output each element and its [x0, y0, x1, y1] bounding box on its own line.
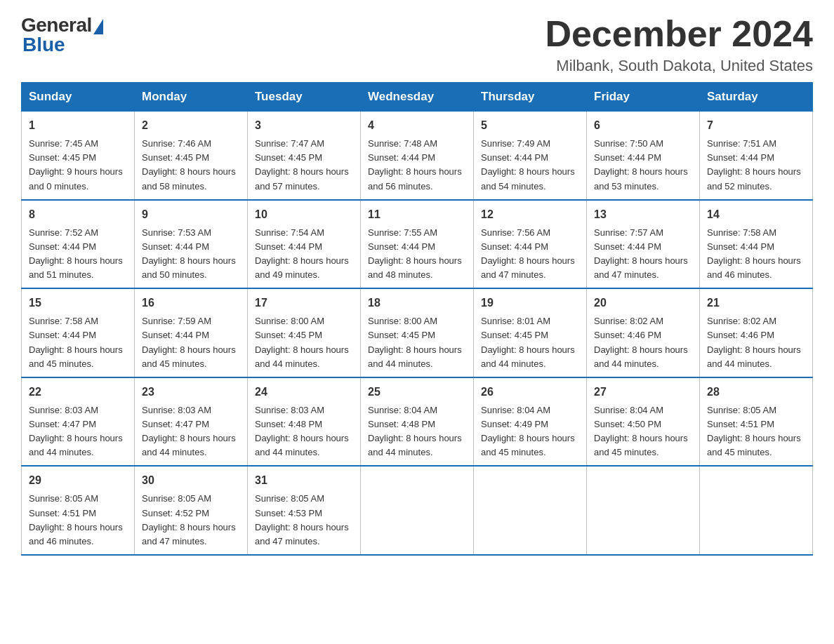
- calendar-cell: 17 Sunrise: 8:00 AMSunset: 4:45 PMDaylig…: [248, 288, 361, 377]
- day-info: Sunrise: 7:49 AMSunset: 4:44 PMDaylight:…: [481, 137, 579, 194]
- day-info: Sunrise: 8:02 AMSunset: 4:46 PMDaylight:…: [594, 314, 692, 371]
- day-number: 26: [481, 384, 579, 401]
- calendar-cell: 5 Sunrise: 7:49 AMSunset: 4:44 PMDayligh…: [474, 112, 587, 200]
- calendar-cell: 7 Sunrise: 7:51 AMSunset: 4:44 PMDayligh…: [700, 112, 813, 200]
- day-number: 15: [29, 295, 127, 311]
- day-number: 22: [29, 384, 127, 401]
- calendar-week-1: 1 Sunrise: 7:45 AMSunset: 4:45 PMDayligh…: [22, 112, 813, 200]
- day-number: 6: [594, 117, 692, 134]
- calendar-cell: 18 Sunrise: 8:00 AMSunset: 4:45 PMDaylig…: [361, 288, 474, 377]
- day-info: Sunrise: 8:04 AMSunset: 4:48 PMDaylight:…: [368, 403, 466, 460]
- day-info: Sunrise: 7:59 AMSunset: 4:44 PMDaylight:…: [142, 314, 240, 371]
- calendar-cell: 23 Sunrise: 8:03 AMSunset: 4:47 PMDaylig…: [135, 377, 248, 467]
- day-info: Sunrise: 7:50 AMSunset: 4:44 PMDaylight:…: [594, 137, 692, 194]
- header-wednesday: Wednesday: [361, 83, 474, 112]
- day-number: 30: [142, 472, 240, 489]
- day-number: 18: [368, 295, 466, 311]
- month-title: December 2024: [545, 14, 813, 54]
- day-info: Sunrise: 7:46 AMSunset: 4:45 PMDaylight:…: [142, 137, 240, 194]
- day-number: 10: [255, 206, 353, 223]
- calendar-cell: 19 Sunrise: 8:01 AMSunset: 4:45 PMDaylig…: [474, 288, 587, 377]
- weekday-header-row: Sunday Monday Tuesday Wednesday Thursday…: [22, 83, 813, 112]
- calendar-cell: 31 Sunrise: 8:05 AMSunset: 4:53 PMDaylig…: [248, 466, 361, 555]
- day-number: 9: [142, 206, 240, 223]
- day-number: 4: [368, 117, 466, 134]
- logo-arrow-icon: [93, 19, 103, 34]
- calendar-cell: 6 Sunrise: 7:50 AMSunset: 4:44 PMDayligh…: [587, 112, 700, 200]
- calendar-cell: [474, 466, 587, 555]
- calendar-cell: 12 Sunrise: 7:56 AMSunset: 4:44 PMDaylig…: [474, 200, 587, 289]
- day-number: 28: [707, 384, 805, 401]
- calendar-cell: 29 Sunrise: 8:05 AMSunset: 4:51 PMDaylig…: [22, 466, 135, 555]
- day-number: 14: [707, 206, 805, 223]
- day-info: Sunrise: 8:00 AMSunset: 4:45 PMDaylight:…: [255, 314, 353, 371]
- day-number: 21: [707, 295, 805, 311]
- logo: General Blue: [21, 14, 103, 56]
- calendar-cell: 4 Sunrise: 7:48 AMSunset: 4:44 PMDayligh…: [361, 112, 474, 200]
- title-block: December 2024 Milbank, South Dakota, Uni…: [545, 14, 813, 75]
- day-number: 3: [255, 117, 353, 134]
- calendar-cell: 26 Sunrise: 8:04 AMSunset: 4:49 PMDaylig…: [474, 377, 587, 467]
- calendar-table: Sunday Monday Tuesday Wednesday Thursday…: [21, 82, 813, 556]
- day-info: Sunrise: 7:51 AMSunset: 4:44 PMDaylight:…: [707, 137, 805, 194]
- day-info: Sunrise: 7:53 AMSunset: 4:44 PMDaylight:…: [142, 226, 240, 283]
- calendar-cell: 1 Sunrise: 7:45 AMSunset: 4:45 PMDayligh…: [22, 112, 135, 200]
- day-info: Sunrise: 8:05 AMSunset: 4:51 PMDaylight:…: [707, 403, 805, 460]
- day-info: Sunrise: 7:54 AMSunset: 4:44 PMDaylight:…: [255, 226, 353, 283]
- day-number: 8: [29, 206, 127, 223]
- day-number: 17: [255, 295, 353, 311]
- day-info: Sunrise: 7:58 AMSunset: 4:44 PMDaylight:…: [707, 226, 805, 283]
- calendar-cell: [361, 466, 474, 555]
- day-number: 7: [707, 117, 805, 134]
- day-info: Sunrise: 7:55 AMSunset: 4:44 PMDaylight:…: [368, 226, 466, 283]
- day-number: 24: [255, 384, 353, 401]
- day-number: 5: [481, 117, 579, 134]
- day-number: 11: [368, 206, 466, 223]
- header-sunday: Sunday: [22, 83, 135, 112]
- calendar-cell: 8 Sunrise: 7:52 AMSunset: 4:44 PMDayligh…: [22, 200, 135, 289]
- calendar-cell: 2 Sunrise: 7:46 AMSunset: 4:45 PMDayligh…: [135, 112, 248, 200]
- calendar-cell: [700, 466, 813, 555]
- header-thursday: Thursday: [474, 83, 587, 112]
- calendar-cell: 25 Sunrise: 8:04 AMSunset: 4:48 PMDaylig…: [361, 377, 474, 467]
- day-info: Sunrise: 7:57 AMSunset: 4:44 PMDaylight:…: [594, 226, 692, 283]
- day-info: Sunrise: 7:45 AMSunset: 4:45 PMDaylight:…: [29, 137, 127, 194]
- calendar-cell: 14 Sunrise: 7:58 AMSunset: 4:44 PMDaylig…: [700, 200, 813, 289]
- day-info: Sunrise: 8:02 AMSunset: 4:46 PMDaylight:…: [707, 314, 805, 371]
- calendar-week-2: 8 Sunrise: 7:52 AMSunset: 4:44 PMDayligh…: [22, 200, 813, 289]
- calendar-cell: 9 Sunrise: 7:53 AMSunset: 4:44 PMDayligh…: [135, 200, 248, 289]
- day-info: Sunrise: 7:52 AMSunset: 4:44 PMDaylight:…: [29, 226, 127, 283]
- header-monday: Monday: [135, 83, 248, 112]
- calendar-cell: 22 Sunrise: 8:03 AMSunset: 4:47 PMDaylig…: [22, 377, 135, 467]
- calendar-cell: 20 Sunrise: 8:02 AMSunset: 4:46 PMDaylig…: [587, 288, 700, 377]
- day-info: Sunrise: 8:04 AMSunset: 4:50 PMDaylight:…: [594, 403, 692, 460]
- calendar-cell: [587, 466, 700, 555]
- calendar-cell: 3 Sunrise: 7:47 AMSunset: 4:45 PMDayligh…: [248, 112, 361, 200]
- calendar-cell: 11 Sunrise: 7:55 AMSunset: 4:44 PMDaylig…: [361, 200, 474, 289]
- calendar-cell: 15 Sunrise: 7:58 AMSunset: 4:44 PMDaylig…: [22, 288, 135, 377]
- day-number: 25: [368, 384, 466, 401]
- day-info: Sunrise: 7:48 AMSunset: 4:44 PMDaylight:…: [368, 137, 466, 194]
- day-info: Sunrise: 8:05 AMSunset: 4:51 PMDaylight:…: [29, 492, 127, 549]
- day-info: Sunrise: 7:56 AMSunset: 4:44 PMDaylight:…: [481, 226, 579, 283]
- day-number: 16: [142, 295, 240, 311]
- day-info: Sunrise: 8:04 AMSunset: 4:49 PMDaylight:…: [481, 403, 579, 460]
- day-number: 23: [142, 384, 240, 401]
- day-info: Sunrise: 8:05 AMSunset: 4:52 PMDaylight:…: [142, 492, 240, 549]
- calendar-week-3: 15 Sunrise: 7:58 AMSunset: 4:44 PMDaylig…: [22, 288, 813, 377]
- calendar-week-5: 29 Sunrise: 8:05 AMSunset: 4:51 PMDaylig…: [22, 466, 813, 555]
- calendar-cell: 16 Sunrise: 7:59 AMSunset: 4:44 PMDaylig…: [135, 288, 248, 377]
- day-info: Sunrise: 8:03 AMSunset: 4:48 PMDaylight:…: [255, 403, 353, 460]
- location-subtitle: Milbank, South Dakota, United States: [545, 57, 813, 75]
- day-number: 12: [481, 206, 579, 223]
- day-number: 1: [29, 117, 127, 134]
- day-number: 27: [594, 384, 692, 401]
- day-info: Sunrise: 7:58 AMSunset: 4:44 PMDaylight:…: [29, 314, 127, 371]
- day-number: 2: [142, 117, 240, 134]
- calendar-cell: 24 Sunrise: 8:03 AMSunset: 4:48 PMDaylig…: [248, 377, 361, 467]
- day-number: 13: [594, 206, 692, 223]
- calendar-cell: 13 Sunrise: 7:57 AMSunset: 4:44 PMDaylig…: [587, 200, 700, 289]
- day-info: Sunrise: 8:05 AMSunset: 4:53 PMDaylight:…: [255, 492, 353, 549]
- calendar-cell: 10 Sunrise: 7:54 AMSunset: 4:44 PMDaylig…: [248, 200, 361, 289]
- day-number: 19: [481, 295, 579, 311]
